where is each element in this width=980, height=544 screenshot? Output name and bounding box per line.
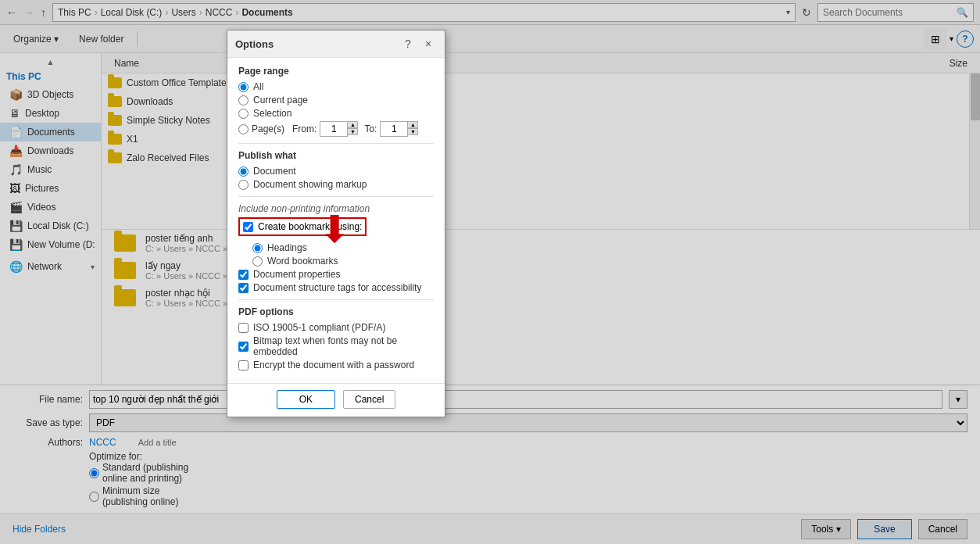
divider2	[238, 196, 434, 197]
headings-label: Headings	[267, 242, 307, 253]
doc-structure-row: Document structure tags for accessibilit…	[238, 282, 434, 293]
to-spin-up[interactable]: ▲	[407, 121, 418, 128]
dialog-close-button[interactable]: ×	[420, 35, 437, 52]
dialog-help-button[interactable]: ?	[399, 35, 417, 52]
radio-all[interactable]	[238, 82, 249, 92]
doc-props-row: Document properties	[238, 269, 434, 280]
radio-all-label: All	[253, 81, 263, 92]
publish-what-section: Publish what Document Document showing m…	[238, 150, 434, 190]
radio-markup-row: Document showing markup	[238, 179, 434, 190]
iso-label: ISO 19005-1 compliant (PDF/A)	[253, 322, 385, 333]
radio-selection-row: Selection	[238, 108, 434, 119]
from-label: From:	[292, 123, 317, 134]
word-bookmarks-radio[interactable]	[252, 256, 263, 267]
radio-document-label: Document	[253, 166, 296, 177]
bitmap-label: Bitmap text when fonts may not be embedd…	[253, 335, 434, 357]
bitmap-row: Bitmap text when fonts may not be embedd…	[238, 335, 434, 357]
dialog-overlay: Options ? × Page range All Current page	[0, 0, 980, 544]
pages-row: Page(s) From: ▲ ▼ To: ▲ ▼	[238, 121, 434, 137]
from-spin-down[interactable]: ▼	[347, 128, 358, 135]
radio-all-row: All	[238, 81, 434, 92]
page-range-title: Page range	[238, 66, 434, 77]
radio-current-row: Current page	[238, 95, 434, 106]
publish-what-title: Publish what	[238, 150, 434, 161]
bitmap-checkbox[interactable]	[238, 342, 249, 352]
radio-pages[interactable]	[238, 124, 249, 134]
radio-document-row: Document	[238, 166, 434, 177]
dialog-cancel-button[interactable]: Cancel	[343, 390, 395, 409]
encrypt-checkbox[interactable]	[238, 360, 249, 370]
pages-from-input[interactable]	[320, 121, 348, 137]
dialog-ok-button[interactable]: OK	[277, 390, 335, 409]
encrypt-row: Encrypt the document with a password	[238, 360, 434, 370]
pdf-options-title: PDF options	[238, 306, 434, 317]
radio-pages-label: Page(s)	[252, 123, 284, 134]
doc-props-label: Document properties	[253, 269, 340, 280]
page-range-group: All Current page Selection Page(s) From:	[238, 81, 434, 137]
dialog-footer: OK Cancel	[227, 383, 445, 417]
doc-props-checkbox[interactable]	[238, 270, 249, 280]
divider1	[238, 143, 434, 144]
dialog-titlebar: Options ? ×	[227, 30, 445, 58]
word-bookmarks-label: Word bookmarks	[267, 256, 338, 267]
dialog-title: Options	[235, 38, 274, 50]
radio-markup-label: Document showing markup	[253, 179, 367, 190]
radio-markup[interactable]	[238, 180, 249, 190]
doc-structure-label: Document structure tags for accessibilit…	[253, 282, 421, 293]
word-bookmarks-radio-row: Word bookmarks	[252, 256, 434, 267]
radio-document[interactable]	[238, 166, 249, 177]
radio-current[interactable]	[238, 95, 249, 106]
headings-radio[interactable]	[252, 243, 263, 253]
pages-to-spin: ▲ ▼	[407, 121, 418, 137]
radio-selection-label: Selection	[253, 108, 291, 119]
radio-selection[interactable]	[238, 109, 249, 119]
iso-row: ISO 19005-1 compliant (PDF/A)	[238, 322, 434, 333]
pages-from-spin: ▲ ▼	[347, 121, 358, 137]
from-spin-up[interactable]: ▲	[347, 121, 358, 128]
to-label: To:	[364, 123, 377, 134]
pdf-options-section: PDF options ISO 19005-1 compliant (PDF/A…	[238, 306, 434, 370]
create-bookmarks-checkbox[interactable]	[243, 222, 253, 232]
red-arrow-indicator: ⬇	[319, 211, 350, 249]
dialog-controls: ? ×	[399, 35, 437, 52]
divider3	[238, 299, 434, 300]
radio-current-label: Current page	[253, 95, 308, 106]
to-spin-down[interactable]: ▼	[407, 128, 418, 135]
doc-structure-checkbox[interactable]	[238, 283, 249, 293]
iso-checkbox[interactable]	[238, 323, 249, 333]
encrypt-label: Encrypt the document with a password	[253, 360, 414, 370]
pages-to-input[interactable]	[380, 121, 408, 137]
